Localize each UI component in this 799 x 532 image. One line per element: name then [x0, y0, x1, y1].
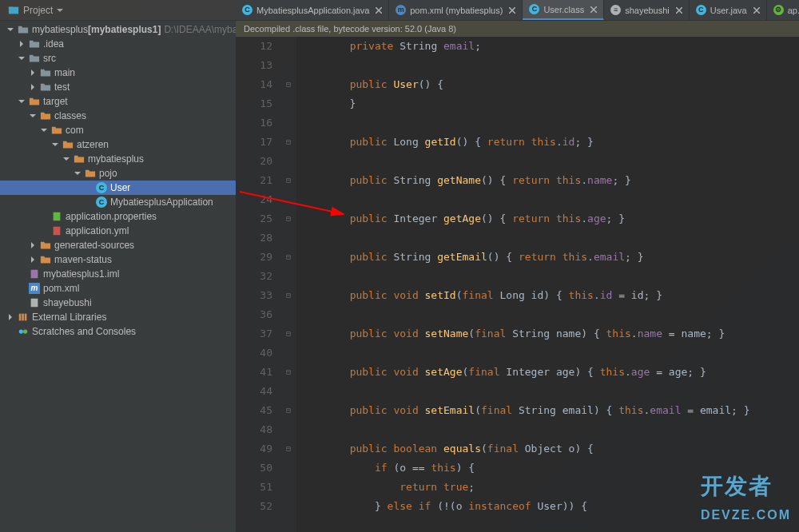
tree-node--idea[interactable]: .idea: [0, 37, 236, 51]
tab-user-class[interactable]: CUser.class: [523, 0, 604, 20]
code-content[interactable]: private String email; public User() { } …: [296, 37, 799, 532]
tree-node-user[interactable]: CUser: [0, 181, 236, 195]
editor: Decompiled .class file, bytecode version…: [236, 21, 799, 532]
project-icon: [8, 5, 19, 16]
project-dropdown[interactable]: Project: [0, 0, 71, 20]
toolbar: Project CMybatiesplusApplication.javampo…: [0, 0, 799, 21]
project-tree[interactable]: mybatiesplus [mybatiesplus1]D:\IDEAAA\my…: [0, 21, 236, 532]
tree-node-main[interactable]: main: [0, 66, 236, 80]
svg-rect-7: [54, 227, 61, 236]
svg-point-14: [23, 329, 27, 333]
tab-mybatiesplusapplication-java[interactable]: CMybatiesplusApplication.java: [236, 0, 389, 20]
tree-node-pom-xml[interactable]: mpom.xml: [0, 281, 236, 296]
tree-node-mybatiesplus1-iml[interactable]: mybatiesplus1.iml: [0, 267, 236, 281]
line-gutter: 1213141516172021242528293233363740414445…: [236, 37, 280, 532]
tree-node-atzeren[interactable]: atzeren: [0, 137, 236, 152]
tree-node-shayebushi[interactable]: shayebushi: [0, 296, 236, 310]
fold-gutter[interactable]: ⊟⊟⊟⊟⊟⊟⊟⊟⊟⊟: [280, 37, 296, 532]
svg-rect-6: [54, 212, 61, 221]
tree-node-application-properties[interactable]: application.properties: [0, 209, 236, 224]
tree-node-generated-sources[interactable]: generated-sources: [0, 238, 236, 252]
svg-rect-11: [22, 314, 24, 321]
tree-node-classes[interactable]: classes: [0, 109, 236, 123]
decompiled-banner: Decompiled .class file, bytecode version…: [236, 21, 799, 37]
tree-node-mybatiesplus[interactable]: mybatiesplus [mybatiesplus1]D:\IDEAAA\my…: [0, 22, 236, 37]
tree-node-mybatiesplusapplication[interactable]: CMybatiesplusApplication: [0, 195, 236, 209]
tree-node-src[interactable]: src: [0, 51, 236, 66]
tab-user-java[interactable]: CUser.java: [690, 0, 767, 20]
svg-rect-8: [31, 270, 38, 279]
editor-tabs: CMybatiesplusApplication.javampom.xml (m…: [236, 0, 799, 21]
tree-node-scratches-and-consoles[interactable]: Scratches and Consoles: [0, 324, 236, 339]
tree-node-mybatiesplus[interactable]: mybatiesplus: [0, 152, 236, 166]
svg-rect-10: [19, 314, 22, 321]
tree-node-maven-status[interactable]: maven-status: [0, 252, 236, 267]
tree-node-target[interactable]: target: [0, 94, 236, 109]
tree-node-pojo[interactable]: pojo: [0, 166, 236, 181]
svg-rect-9: [31, 299, 38, 308]
watermark: 开发者DEVZE.COM: [701, 471, 791, 524]
svg-rect-1: [9, 6, 13, 9]
svg-point-13: [19, 329, 23, 333]
tab-shayebushi[interactable]: ≡shayebushi: [604, 0, 690, 20]
svg-rect-12: [25, 314, 27, 321]
tree-node-application-yml[interactable]: application.yml: [0, 224, 236, 238]
tab-pom-xml-mybatiesplus-[interactable]: mpom.xml (mybatiesplus): [389, 0, 523, 20]
tree-node-com[interactable]: com: [0, 123, 236, 137]
project-label: Project: [23, 5, 53, 16]
tree-node-external-libraries[interactable]: External Libraries: [0, 310, 236, 324]
tab-ap-[interactable]: ⚙ap...: [767, 0, 799, 20]
tree-node-test[interactable]: test: [0, 80, 236, 94]
chevron-down-icon: [57, 7, 63, 14]
